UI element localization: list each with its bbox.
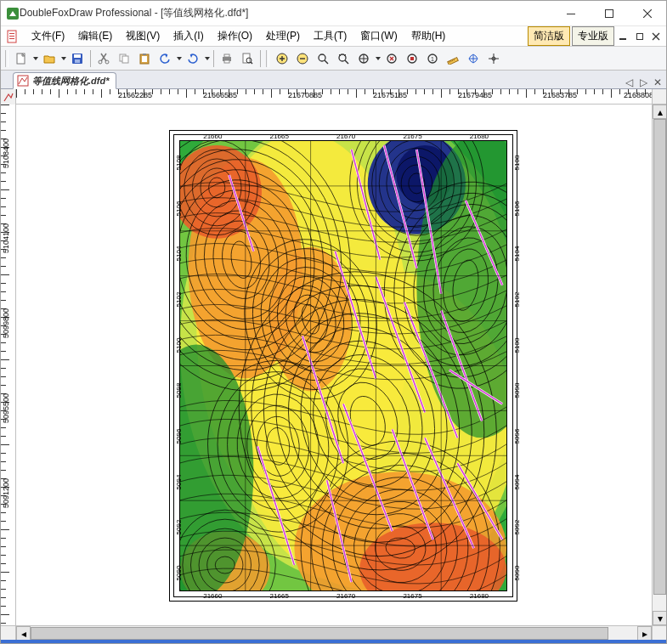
map-axis-label: 5098 [513, 383, 521, 398]
horizontal-ruler[interactable]: 2166228521666585216708852167518521679485… [16, 89, 652, 104]
mode-pro-button[interactable]: 专业版 [572, 26, 614, 46]
menu-item[interactable]: 插入(I) [167, 26, 210, 46]
map-axis-label: 21670 [336, 592, 355, 600]
paste-button[interactable] [134, 49, 155, 68]
svg-rect-6 [9, 38, 14, 39]
crosshair-button[interactable] [483, 49, 504, 68]
h-ruler-label: 21666585 [203, 91, 237, 99]
svg-rect-37 [18, 76, 28, 86]
menu-item[interactable]: 处理(P) [259, 26, 307, 46]
tab-close-button[interactable]: ✕ [652, 76, 664, 88]
open-dropdown[interactable] [59, 57, 67, 60]
menu-item[interactable]: 窗口(W) [353, 26, 404, 46]
zoom-window-button[interactable] [313, 49, 333, 68]
h-ruler-label: 21683785 [543, 91, 577, 99]
v-ruler-label: 5104100 [2, 223, 10, 253]
pan-button[interactable] [463, 49, 483, 68]
v-ruler-label: 5108400 [2, 138, 10, 168]
close-button[interactable] [628, 1, 666, 25]
map-axis-label: 5106 [513, 201, 521, 216]
menu-item[interactable]: 操作(O) [211, 26, 259, 46]
map-axis-label: 5104 [513, 246, 521, 262]
tab-next-button[interactable]: ▷ [637, 76, 649, 88]
copy-button[interactable] [114, 49, 134, 68]
map-axis-label: 5104 [175, 246, 183, 262]
h-ruler-label: 21670885 [288, 91, 322, 99]
mdi-minimize-button[interactable] [617, 30, 630, 43]
contour-map [179, 140, 507, 591]
scroll-right-button[interactable]: ▸ [637, 626, 652, 640]
undo-dropdown[interactable] [175, 57, 183, 60]
map-axis-label: 5096 [513, 429, 521, 444]
map-axis-label: 5090 [175, 566, 183, 581]
new-button[interactable] [11, 49, 31, 68]
v-ruler-label: 5095500 [2, 393, 10, 423]
svg-rect-1 [567, 14, 575, 14]
svg-point-27 [319, 54, 325, 61]
horizontal-scrollbar[interactable]: ◂ ▸ [1, 625, 666, 640]
undo-button[interactable] [155, 49, 175, 68]
scroll-corner-right [652, 626, 666, 640]
mdi-close-button[interactable] [649, 30, 663, 43]
print-button[interactable] [217, 49, 237, 68]
v-ruler-label: 5091200 [2, 478, 10, 508]
map-axis-label: 5102 [175, 292, 183, 308]
document-tabs: 等值线网格化.dfd* ◁ ▷ ✕ [1, 71, 666, 89]
mode-simple-button[interactable]: 简洁版 [528, 26, 570, 46]
map-axis-label: 21680 [470, 133, 489, 140]
vertical-scrollbar[interactable]: ▴ ▾ [652, 105, 666, 625]
map-axis-label: 21675 [403, 592, 421, 600]
open-button[interactable] [39, 49, 59, 68]
tab-prev-button[interactable]: ◁ [623, 76, 635, 88]
menu-item[interactable]: 帮助(H) [404, 26, 453, 46]
h-ruler-label: 21688085 [624, 91, 652, 99]
svg-rect-7 [619, 38, 626, 40]
maximize-button[interactable] [590, 1, 628, 25]
measure-button[interactable] [443, 49, 463, 68]
mdi-restore-button[interactable] [633, 30, 647, 43]
menu-bar: 文件(F)编辑(E)视图(V)插入(I)操作(O)处理(P)工具(T)窗口(W)… [1, 26, 666, 47]
zoom-extent-dropdown[interactable] [374, 57, 382, 60]
corner-icon [3, 92, 14, 102]
zoom-area-button[interactable] [402, 49, 422, 68]
zoom-out-button[interactable] [292, 49, 313, 68]
svg-rect-4 [9, 33, 14, 34]
zoom-prev-button[interactable] [382, 49, 402, 68]
svg-rect-12 [75, 59, 80, 63]
map-axis-label: 5108 [513, 155, 521, 170]
document-tab-icon [17, 75, 29, 87]
map-axis-label: 5094 [175, 474, 183, 489]
zoom-dynamic-button[interactable] [333, 49, 353, 68]
vertical-ruler[interactable]: 51084005104100509980050955005091200 [1, 105, 16, 625]
menu-item[interactable]: 工具(T) [307, 26, 353, 46]
document-tab[interactable]: 等值线网格化.dfd* [13, 72, 116, 89]
zoom-real-button[interactable]: 1 [422, 49, 443, 68]
new-dropdown[interactable] [31, 57, 39, 60]
redo-button[interactable] [183, 49, 203, 68]
ruler-corner-right [652, 89, 666, 104]
svg-rect-22 [224, 60, 229, 63]
scroll-down-button[interactable]: ▾ [653, 611, 666, 625]
toolbar-grip-2[interactable] [266, 50, 269, 67]
svg-point-13 [99, 60, 102, 64]
minimize-button[interactable] [551, 1, 590, 25]
preview-button[interactable] [237, 49, 257, 68]
menu-item[interactable]: 视图(V) [119, 26, 167, 46]
horizontal-scroll-thumb[interactable] [31, 627, 608, 640]
map-axis-label: 21675 [403, 133, 421, 140]
scroll-left-button[interactable]: ◂ [16, 626, 31, 640]
canvas[interactable]: 2166021660216652166521670216702167521675… [16, 105, 652, 625]
menu-item[interactable]: 文件(F) [25, 26, 71, 46]
cut-button[interactable] [93, 49, 114, 68]
zoom-in-button[interactable] [272, 49, 292, 68]
vertical-scroll-thumb[interactable] [653, 119, 666, 595]
scroll-up-button[interactable]: ▴ [653, 105, 666, 119]
map-axis-label: 5090 [513, 566, 521, 581]
h-ruler-label: 21675185 [373, 91, 407, 99]
zoom-extent-button[interactable] [353, 49, 374, 68]
menu-item[interactable]: 编辑(E) [71, 26, 119, 46]
toolbar-grip[interactable] [5, 50, 8, 67]
svg-rect-18 [142, 56, 147, 62]
redo-dropdown[interactable] [203, 57, 211, 60]
save-button[interactable] [67, 49, 88, 68]
